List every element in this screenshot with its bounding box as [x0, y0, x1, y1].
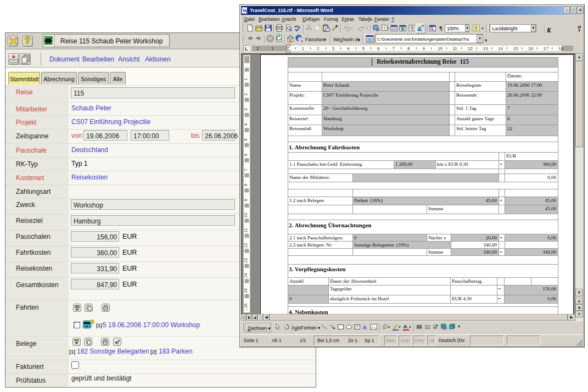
- svg-text:?: ?: [475, 25, 478, 31]
- svg-text:13: 13: [243, 258, 248, 262]
- svg-text:4: 4: [243, 124, 248, 126]
- svg-text:11: 11: [243, 228, 248, 233]
- svg-text:8: 8: [243, 184, 248, 186]
- svg-text:l: l: [366, 325, 367, 331]
- svg-text:1: 1: [243, 78, 248, 80]
- svg-text:10: 10: [243, 213, 248, 217]
- svg-text:16: 16: [243, 304, 248, 308]
- svg-text:9: 9: [243, 199, 248, 201]
- svg-text:A: A: [404, 323, 407, 329]
- svg-text:14: 14: [243, 273, 248, 278]
- svg-text:W: W: [242, 8, 248, 14]
- svg-text:7: 7: [243, 169, 248, 171]
- svg-text:12: 12: [243, 243, 248, 248]
- svg-text:3: 3: [243, 108, 248, 110]
- svg-text:6: 6: [243, 154, 248, 156]
- svg-text:¶: ¶: [439, 25, 443, 31]
- svg-text:15: 15: [243, 288, 248, 293]
- svg-text:2: 2: [243, 93, 248, 96]
- svg-text:5: 5: [243, 138, 248, 141]
